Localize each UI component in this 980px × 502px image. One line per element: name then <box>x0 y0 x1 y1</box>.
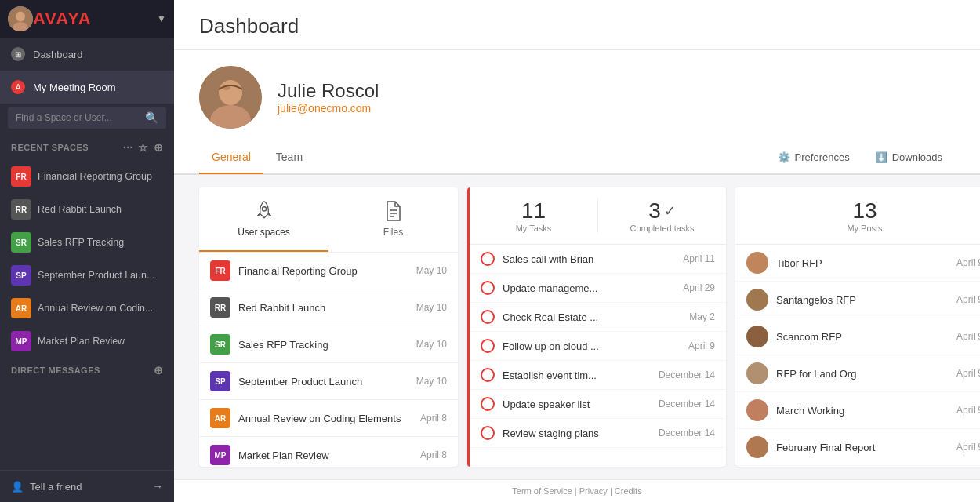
post-name: March Working <box>776 405 949 417</box>
footer-privacy-link[interactable]: Privacy <box>579 486 608 496</box>
task-item[interactable]: Establish event tim... December 14 <box>470 361 726 390</box>
search-icon: 🔍 <box>145 111 158 124</box>
post-item[interactable]: February Final Report April 9 <box>735 429 980 466</box>
post-date: April 9 <box>956 294 980 305</box>
post-item[interactable]: Santangelos RFP April 9 <box>735 282 980 318</box>
task-checkbox[interactable] <box>481 397 495 411</box>
preferences-button[interactable]: ⚙️ Preferences <box>765 144 862 171</box>
task-checkbox[interactable] <box>481 281 495 295</box>
task-date: April 11 <box>683 253 715 264</box>
stat-divider <box>597 198 598 233</box>
post-name: Santangelos RFP <box>776 294 949 306</box>
post-item[interactable]: Scancom RFP April 9 <box>735 318 980 355</box>
space-name: Red Rabbit Launch <box>238 302 408 314</box>
post-date: April 9 <box>956 405 980 416</box>
post-date: April 9 <box>956 368 980 379</box>
direct-messages-header: DIRECT MESSAGES ⊕ <box>0 358 174 383</box>
space-name: Financial Reporting Group <box>238 265 408 277</box>
user-spaces-tab[interactable]: User spaces <box>199 187 328 252</box>
posts-label: My Posts <box>748 224 980 233</box>
task-date: May 2 <box>689 311 715 322</box>
svg-point-7 <box>262 207 266 211</box>
footer-terms-link[interactable]: Term of Service <box>512 486 572 496</box>
footer-credits-link[interactable]: Credits <box>615 486 642 496</box>
space-date: May 10 <box>416 339 447 350</box>
space-badge-sr: SR <box>11 232 31 253</box>
sidebar-item-sr[interactable]: SR Sales RFP Tracking <box>0 226 174 259</box>
nav-meeting-label: My Meeting Room <box>33 82 115 93</box>
downloads-button[interactable]: ⬇️ Downloads <box>862 144 955 171</box>
nav-meeting-room[interactable]: A My Meeting Room <box>0 71 174 104</box>
task-checkbox[interactable] <box>481 426 495 440</box>
files-tab[interactable]: Files <box>328 187 458 252</box>
space-badge: FR <box>210 260 230 281</box>
post-avatar <box>746 399 768 421</box>
user-spaces-label: User spaces <box>238 227 290 238</box>
recent-spaces-actions[interactable]: ··· ☆ ⊕ <box>123 141 163 154</box>
post-name: Tibor RFP <box>776 257 949 269</box>
task-checkbox[interactable] <box>481 252 495 266</box>
post-item[interactable]: Tibor RFP April 9 <box>735 245 980 282</box>
task-item[interactable]: Update manageme... April 29 <box>470 274 726 303</box>
avatar <box>8 6 33 31</box>
search-box[interactable]: 🔍 <box>8 107 166 129</box>
task-item[interactable]: Sales call with Brian April 11 <box>470 245 726 274</box>
space-badge-mp: MP <box>11 331 31 351</box>
list-item[interactable]: SP September Product Launch May 10 <box>199 363 458 400</box>
svg-point-1 <box>16 12 25 22</box>
list-item[interactable]: AR Annual Review on Coding Elements Apri… <box>199 400 458 437</box>
sidebar-item-mp[interactable]: MP Market Plan Review <box>0 325 174 358</box>
add-dm-icon[interactable]: ⊕ <box>154 364 164 376</box>
page-title: Dashboard <box>199 14 955 38</box>
completed-label: Completed tasks <box>630 224 695 233</box>
sidebar-item-fr[interactable]: FR Financial Reporting Group <box>0 160 174 193</box>
sidebar-item-ar-label: Annual Review on Codin... <box>38 303 153 314</box>
task-item[interactable]: Follow up on cloud ... April 9 <box>470 332 726 361</box>
sidebar-item-sr-label: Sales RFP Tracking <box>38 237 124 248</box>
post-date: April 9 <box>956 442 980 453</box>
post-avatar <box>746 252 768 274</box>
space-name: September Product Launch <box>238 376 408 387</box>
add-space-icon[interactable]: ⊕ <box>154 141 164 154</box>
star-icon[interactable]: ☆ <box>138 141 149 154</box>
post-date: April 9 <box>956 257 980 268</box>
tab-general[interactable]: General <box>199 141 263 174</box>
task-item[interactable]: Check Real Estate ... May 2 <box>470 303 726 332</box>
task-item[interactable]: Update speaker list December 14 <box>470 390 726 419</box>
post-avatar <box>746 362 768 384</box>
tell-a-friend[interactable]: 👤 Tell a friend → <box>0 470 174 502</box>
list-item[interactable]: MP Market Plan Review April 8 <box>199 437 458 467</box>
tab-team[interactable]: Team <box>263 141 315 174</box>
post-item[interactable]: March Working April 9 <box>735 392 980 429</box>
sidebar-item-mp-label: Market Plan Review <box>38 336 125 347</box>
post-item[interactable]: February Update-Interim April 9 <box>735 466 980 467</box>
space-date: May 10 <box>416 265 447 276</box>
task-checkbox[interactable] <box>481 339 495 353</box>
spaces-panel: User spaces Files FR Financial Re <box>199 187 458 467</box>
sidebar-item-ar[interactable]: AR Annual Review on Codin... <box>0 292 174 325</box>
space-badge-ar: AR <box>11 298 31 318</box>
tell-friend-label: Tell a friend <box>30 481 82 493</box>
post-avatar <box>746 436 768 458</box>
list-item[interactable]: SR Sales RFP Tracking May 10 <box>199 326 458 363</box>
direct-messages-add[interactable]: ⊕ <box>154 364 164 376</box>
task-item[interactable]: Review staging plans December 14 <box>470 419 726 448</box>
post-item[interactable]: RFP for Land Org April 9 <box>735 355 980 392</box>
sidebar-chevron-icon[interactable]: ▼ <box>157 13 166 24</box>
tell-friend-arrow-icon: → <box>152 480 163 493</box>
sidebar-item-sp[interactable]: SP September Product Laun... <box>0 259 174 292</box>
files-label: Files <box>383 227 403 238</box>
main-content: Dashboard Julie Roscol julie@onecmo.com … <box>174 0 980 502</box>
task-date: April 9 <box>688 340 715 351</box>
sidebar-item-rr[interactable]: RR Red Rabbit Launch <box>0 193 174 226</box>
list-item[interactable]: RR Red Rabbit Launch May 10 <box>199 289 458 326</box>
search-input[interactable] <box>16 112 140 123</box>
post-date: April 9 <box>956 331 980 342</box>
space-badge: AR <box>210 408 230 428</box>
nav-dashboard[interactable]: ⊞ Dashboard <box>0 38 174 71</box>
task-checkbox[interactable] <box>481 310 495 324</box>
post-avatar <box>746 326 768 347</box>
task-checkbox[interactable] <box>481 368 495 382</box>
list-item[interactable]: FR Financial Reporting Group May 10 <box>199 253 458 289</box>
more-icon[interactable]: ··· <box>123 141 133 154</box>
